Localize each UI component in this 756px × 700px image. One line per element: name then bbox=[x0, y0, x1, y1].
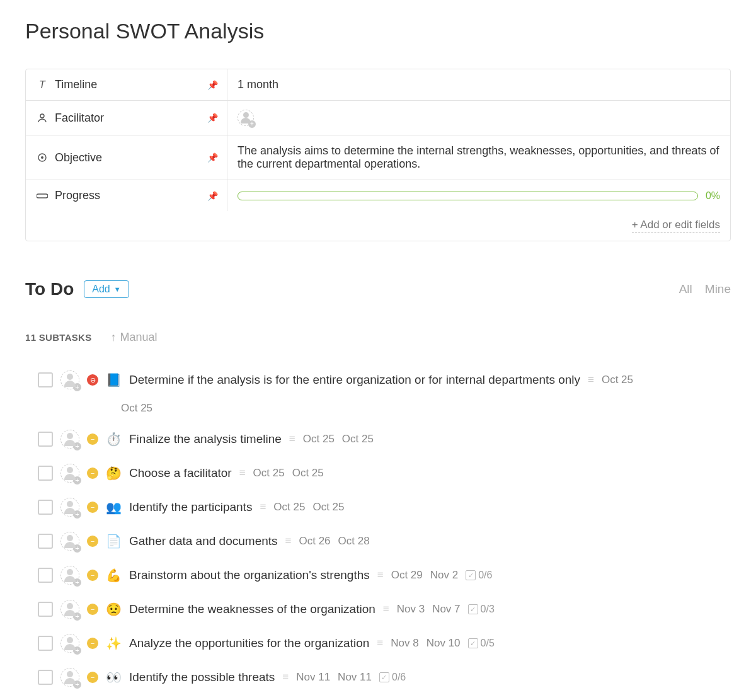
task-checkbox[interactable] bbox=[38, 432, 53, 447]
status-dot-icon[interactable]: − bbox=[87, 672, 98, 683]
target-icon bbox=[36, 152, 49, 163]
drag-handle-icon[interactable]: ≡ bbox=[289, 433, 295, 445]
task-date-end: Oct 25 bbox=[312, 501, 344, 514]
task-row[interactable]: + − ⏱️ Finalize the analysis timeline ≡ … bbox=[38, 422, 731, 456]
task-date-start: Oct 25 bbox=[602, 374, 633, 386]
assign-avatar-icon[interactable]: + bbox=[60, 464, 79, 483]
assign-avatar-icon[interactable]: + bbox=[60, 600, 79, 619]
task-checkbox[interactable] bbox=[38, 372, 53, 387]
drag-handle-icon[interactable]: ≡ bbox=[377, 637, 383, 650]
assign-avatar-icon[interactable]: + bbox=[60, 430, 79, 449]
task-row[interactable]: + − 😟 Determine the weaknesses of the or… bbox=[38, 592, 731, 626]
task-list: + ⊖ 📘 Determine if the analysis is for t… bbox=[38, 363, 731, 694]
add-dropdown-button[interactable]: Add ▼ bbox=[84, 280, 129, 298]
task-row[interactable]: + − 👥 Identify the participants ≡ Oct 25… bbox=[38, 490, 731, 524]
subtask-badge: ✓0/5 bbox=[468, 638, 495, 649]
drag-handle-icon[interactable]: ≡ bbox=[282, 671, 289, 684]
status-dot-icon[interactable]: − bbox=[87, 536, 98, 547]
task-checkbox[interactable] bbox=[38, 534, 53, 549]
task-checkbox[interactable] bbox=[38, 602, 53, 617]
task-date-start: Nov 3 bbox=[397, 603, 425, 616]
task-title[interactable]: Choose a facilitator bbox=[129, 466, 232, 480]
task-checkbox[interactable] bbox=[38, 568, 53, 583]
drag-handle-icon[interactable]: ≡ bbox=[285, 535, 292, 548]
todo-title: To Do bbox=[25, 279, 74, 299]
status-dot-icon[interactable]: − bbox=[87, 433, 98, 445]
field-value[interactable]: 1 month bbox=[227, 69, 730, 100]
pin-icon[interactable]: 📌 bbox=[207, 80, 218, 90]
status-dot-icon[interactable]: − bbox=[87, 638, 98, 649]
drag-handle-icon[interactable]: ≡ bbox=[588, 374, 594, 386]
field-label-cell[interactable]: Objective 📌 bbox=[26, 135, 227, 180]
task-checkbox[interactable] bbox=[38, 500, 53, 515]
task-row[interactable]: + − 📄 Gather data and documents ≡ Oct 26… bbox=[38, 524, 731, 558]
task-emoji-icon: ✨ bbox=[106, 636, 122, 651]
task-date-start: Oct 25 bbox=[273, 501, 305, 514]
fields-table: T Timeline 📌 1 month Facilitator 📌 + Obj… bbox=[25, 69, 731, 241]
field-label: Facilitator bbox=[55, 112, 104, 125]
add-label: Add bbox=[92, 284, 110, 295]
checkbox-icon: ✓ bbox=[468, 604, 478, 614]
pin-icon[interactable]: 📌 bbox=[207, 191, 218, 201]
checkbox-icon: ✓ bbox=[466, 570, 476, 580]
add-fields-row: + Add or edit fields bbox=[26, 211, 730, 241]
checkbox-icon: ✓ bbox=[468, 638, 478, 648]
filter-all[interactable]: All bbox=[679, 282, 692, 296]
pin-icon[interactable]: 📌 bbox=[207, 152, 218, 163]
task-title[interactable]: Determine the weaknesses of the organiza… bbox=[129, 602, 375, 616]
status-dot-icon[interactable]: − bbox=[87, 570, 98, 581]
field-value[interactable]: 0% bbox=[227, 180, 730, 211]
subtask-badge: ✓0/6 bbox=[379, 672, 406, 683]
task-title[interactable]: Identify the participants bbox=[129, 500, 252, 514]
add-edit-fields-link[interactable]: + Add or edit fields bbox=[632, 219, 720, 233]
field-value[interactable]: The analysis aims to determine the inter… bbox=[227, 135, 730, 180]
task-date-start: Oct 26 bbox=[299, 535, 330, 548]
field-row-progress: Progress 📌 0% bbox=[26, 180, 730, 211]
assign-avatar-icon[interactable]: + bbox=[60, 370, 79, 389]
assign-avatar-icon[interactable]: + bbox=[60, 668, 79, 687]
sort-mode-button[interactable]: ↑ Manual bbox=[111, 331, 158, 344]
task-checkbox[interactable] bbox=[38, 466, 53, 481]
task-title[interactable]: Analyze the opportunities for the organi… bbox=[129, 636, 369, 650]
status-dot-icon[interactable]: − bbox=[87, 604, 98, 615]
task-title[interactable]: Determine if the analysis is for the ent… bbox=[129, 373, 580, 387]
status-dot-icon[interactable]: − bbox=[87, 502, 98, 513]
field-label: Objective bbox=[55, 151, 102, 164]
task-title[interactable]: Gather data and documents bbox=[129, 534, 278, 548]
pin-icon[interactable]: 📌 bbox=[207, 113, 218, 123]
task-row[interactable]: + − 🤔 Choose a facilitator ≡ Oct 25 Oct … bbox=[38, 456, 731, 490]
drag-handle-icon[interactable]: ≡ bbox=[377, 569, 384, 582]
assign-avatar-icon[interactable]: + bbox=[60, 634, 79, 653]
field-label-cell[interactable]: Progress 📌 bbox=[26, 180, 227, 211]
drag-handle-icon[interactable]: ≡ bbox=[260, 501, 266, 514]
task-checkbox[interactable] bbox=[38, 636, 53, 651]
field-label: Timeline bbox=[55, 78, 97, 91]
task-date-end: Oct 25 bbox=[342, 433, 374, 445]
task-emoji-icon: 📄 bbox=[106, 534, 122, 549]
task-title[interactable]: Finalize the analysis timeline bbox=[129, 432, 282, 446]
drag-handle-icon[interactable]: ≡ bbox=[239, 467, 246, 479]
assign-avatar-icon[interactable]: + bbox=[238, 110, 254, 126]
assign-avatar-icon[interactable]: + bbox=[60, 498, 79, 517]
task-row[interactable]: + − ✨ Analyze the opportunities for the … bbox=[38, 626, 731, 660]
assign-avatar-icon[interactable]: + bbox=[60, 566, 79, 585]
assign-avatar-icon[interactable]: + bbox=[60, 532, 79, 551]
progress-percentage: 0% bbox=[706, 190, 720, 202]
task-title[interactable]: Identify the possible threats bbox=[129, 670, 275, 684]
field-label-cell[interactable]: T Timeline 📌 bbox=[26, 69, 227, 100]
task-row[interactable]: + − 💪 Brainstorm about the organization'… bbox=[38, 558, 731, 592]
field-label-cell[interactable]: Facilitator 📌 bbox=[26, 101, 227, 135]
status-dot-icon[interactable]: ⊖ bbox=[87, 374, 98, 386]
filter-mine[interactable]: Mine bbox=[705, 282, 731, 296]
task-date-end: Oct 25 bbox=[121, 402, 152, 415]
task-checkbox[interactable] bbox=[38, 670, 53, 685]
task-row[interactable]: + ⊖ 📘 Determine if the analysis is for t… bbox=[38, 363, 731, 422]
task-title[interactable]: Brainstorm about the organization's stre… bbox=[129, 568, 370, 582]
text-icon: T bbox=[36, 79, 49, 91]
task-date-start: Nov 11 bbox=[296, 671, 330, 684]
task-date-start: Nov 8 bbox=[391, 637, 418, 650]
task-row[interactable]: + − 👀 Identify the possible threats ≡ No… bbox=[38, 660, 731, 694]
drag-handle-icon[interactable]: ≡ bbox=[383, 603, 389, 616]
status-dot-icon[interactable]: − bbox=[87, 468, 98, 479]
field-value[interactable]: + bbox=[227, 101, 730, 135]
